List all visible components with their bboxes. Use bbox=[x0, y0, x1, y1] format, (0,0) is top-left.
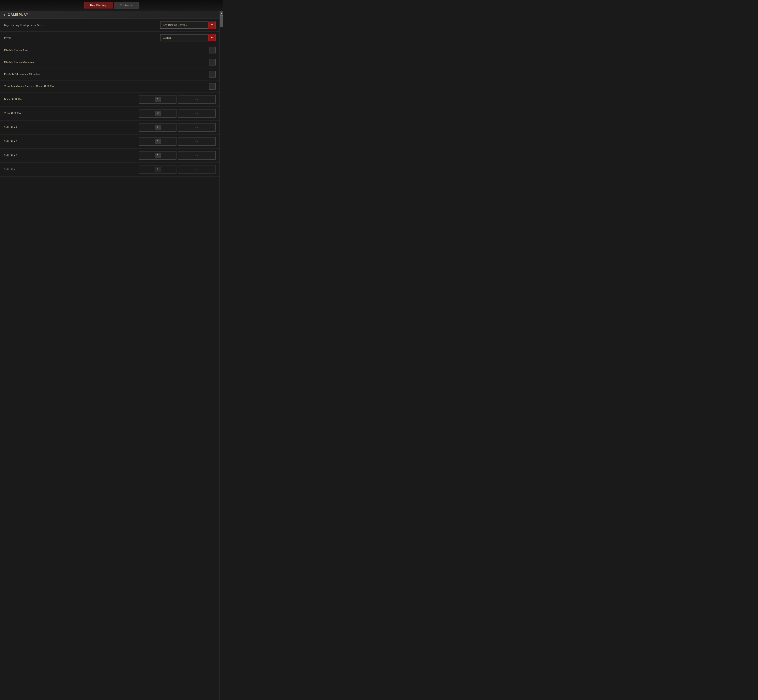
checkbox-combine-move[interactable] bbox=[209, 83, 216, 89]
setting-control-skill-slot-4: F -- bbox=[139, 165, 216, 173]
keybind-primary-core-skill[interactable]: W bbox=[139, 109, 177, 117]
keybind-primary-skill-slot-1-key: A bbox=[155, 125, 160, 130]
keybind-primary-basic-skill[interactable]: G bbox=[139, 95, 177, 103]
keybind-secondary-basic-skill-empty: -- bbox=[196, 98, 198, 101]
setting-row-evade-movement: Evade In Movement Direction bbox=[0, 69, 219, 80]
keybind-secondary-skill-slot-2-empty: -- bbox=[196, 140, 198, 143]
setting-row-skill-slot-3: Skill Slot 3 D -- bbox=[0, 148, 219, 162]
setting-control-key-binding-config: Key Binding Config 2 ▼ bbox=[160, 22, 216, 29]
dropdown-preset-value: Custom bbox=[160, 36, 208, 39]
setting-row-skill-slot-1: Skill Slot 1 A -- bbox=[0, 120, 219, 134]
dropdown-key-binding-config-value: Key Binding Config 2 bbox=[160, 23, 208, 27]
keybind-primary-skill-slot-3-key: D bbox=[155, 153, 160, 158]
setting-label-core-skill: Core Skill Slot bbox=[4, 111, 99, 116]
keybind-secondary-basic-skill[interactable]: -- bbox=[178, 95, 216, 103]
setting-label-basic-skill: Basic Skill Slot bbox=[4, 97, 99, 102]
setting-row-disable-mouse-aim: Disable Mouse Aim bbox=[0, 44, 219, 56]
keybind-secondary-core-skill-empty: -- bbox=[196, 112, 198, 115]
keybind-primary-skill-slot-2-key: S bbox=[155, 139, 160, 144]
setting-control-basic-skill: G -- bbox=[139, 95, 216, 103]
setting-label-skill-slot-4: Skill Slot 4 bbox=[4, 167, 99, 172]
keybind-primary-skill-slot-2[interactable]: S bbox=[139, 137, 177, 145]
checkbox-disable-mouse-movement[interactable] bbox=[209, 59, 216, 66]
section-header: ❖ GAMEPLAY bbox=[0, 11, 219, 19]
setting-label-preset: Preset bbox=[4, 36, 99, 40]
keybind-primary-core-skill-key: W bbox=[155, 111, 160, 116]
setting-row-basic-skill: Basic Skill Slot G -- bbox=[0, 92, 219, 106]
dropdown-preset-arrow[interactable]: ▼ bbox=[208, 34, 215, 41]
tab-key-bindings[interactable]: Key Bindings bbox=[84, 2, 113, 8]
setting-row-combine-move: Combine Move / Interact / Basic Skill Sl… bbox=[0, 80, 219, 92]
checkbox-evade-movement[interactable] bbox=[209, 71, 216, 78]
setting-control-skill-slot-1: A -- bbox=[139, 123, 216, 131]
setting-control-skill-slot-3: D -- bbox=[139, 151, 216, 159]
setting-label-skill-slot-2: Skill Slot 2 bbox=[4, 139, 99, 144]
setting-control-disable-mouse-movement bbox=[209, 59, 216, 66]
keybind-secondary-skill-slot-1-empty: -- bbox=[196, 126, 198, 129]
setting-control-disable-mouse-aim bbox=[209, 47, 216, 53]
keybind-secondary-skill-slot-3-empty: -- bbox=[196, 154, 198, 157]
scrollbar-track: ▲ bbox=[219, 11, 223, 700]
scrollbar-thumb[interactable] bbox=[220, 16, 223, 27]
settings-panel: ❖ GAMEPLAY Key Binding Configuration Sav… bbox=[0, 11, 219, 700]
setting-control-core-skill: W -- bbox=[139, 109, 216, 117]
setting-control-evade-movement bbox=[209, 71, 216, 78]
setting-label-combine-move: Combine Move / Interact / Basic Skill Sl… bbox=[4, 84, 99, 89]
checkbox-disable-mouse-aim[interactable] bbox=[209, 47, 216, 53]
setting-control-preset: Custom ▼ bbox=[160, 34, 216, 41]
keybind-secondary-skill-slot-2[interactable]: -- bbox=[178, 137, 216, 145]
keybind-secondary-skill-slot-4-empty: -- bbox=[196, 168, 198, 171]
keybind-primary-basic-skill-key: G bbox=[155, 97, 160, 102]
setting-control-combine-move bbox=[209, 83, 216, 89]
settings-list: Key Binding Configuration Save Key Bindi… bbox=[0, 19, 219, 180]
keybind-secondary-core-skill[interactable]: -- bbox=[178, 109, 216, 117]
setting-label-disable-mouse-aim: Disable Mouse Aim bbox=[4, 48, 99, 53]
main-content: ❖ GAMEPLAY Key Binding Configuration Sav… bbox=[0, 11, 223, 700]
keybind-primary-skill-slot-1[interactable]: A bbox=[139, 123, 177, 131]
setting-label-skill-slot-3: Skill Slot 3 bbox=[4, 153, 99, 158]
setting-row-skill-slot-4: Skill Slot 4 F -- bbox=[0, 162, 219, 177]
tab-bar: Key Bindings Controller bbox=[0, 0, 223, 11]
keybind-secondary-skill-slot-3[interactable]: -- bbox=[178, 151, 216, 159]
setting-row-disable-mouse-movement: Disable Mouse Movement bbox=[0, 56, 219, 69]
setting-row-key-binding-config: Key Binding Configuration Save Key Bindi… bbox=[0, 19, 219, 31]
setting-control-skill-slot-2: S -- bbox=[139, 137, 216, 145]
setting-row-skill-slot-2: Skill Slot 2 S -- bbox=[0, 134, 219, 148]
keybind-secondary-skill-slot-4[interactable]: -- bbox=[178, 165, 216, 173]
tab-controller[interactable]: Controller bbox=[114, 2, 139, 8]
keybind-primary-skill-slot-4-key: F bbox=[155, 167, 160, 172]
keybind-primary-skill-slot-4[interactable]: F bbox=[139, 165, 177, 173]
dropdown-preset[interactable]: Custom ▼ bbox=[160, 34, 216, 41]
keybind-primary-skill-slot-3[interactable]: D bbox=[139, 151, 177, 159]
setting-label-evade-movement: Evade In Movement Direction bbox=[4, 72, 99, 77]
dropdown-key-binding-config-arrow[interactable]: ▼ bbox=[208, 22, 215, 29]
section-title: GAMEPLAY bbox=[8, 13, 28, 17]
scrollbar-up-button[interactable]: ▲ bbox=[220, 11, 223, 15]
setting-label-key-binding-config: Key Binding Configuration Save bbox=[4, 23, 99, 27]
setting-row-core-skill: Core Skill Slot W -- bbox=[0, 106, 219, 120]
setting-row-preset: Preset Custom ▼ bbox=[0, 31, 219, 44]
section-icon: ❖ bbox=[3, 13, 6, 17]
dropdown-key-binding-config[interactable]: Key Binding Config 2 ▼ bbox=[160, 22, 216, 29]
setting-label-skill-slot-1: Skill Slot 1 bbox=[4, 125, 99, 130]
setting-label-disable-mouse-movement: Disable Mouse Movement bbox=[4, 60, 99, 64]
keybind-secondary-skill-slot-1[interactable]: -- bbox=[178, 123, 216, 131]
